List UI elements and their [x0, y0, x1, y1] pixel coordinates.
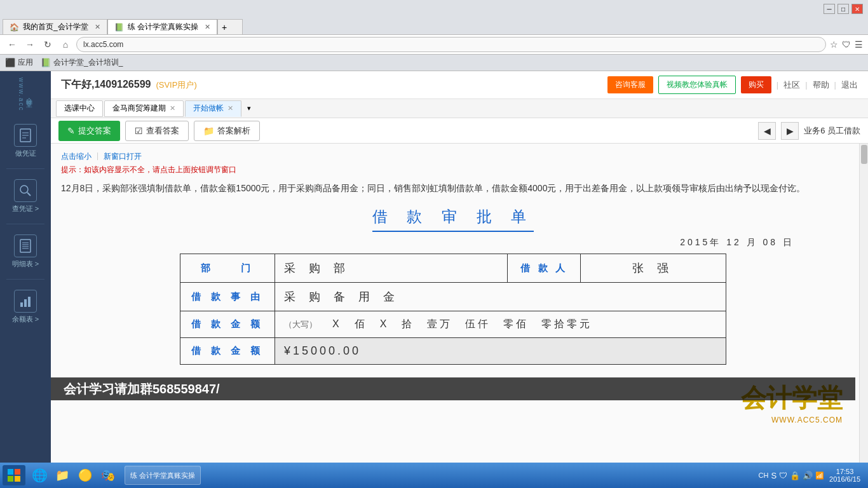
home-button[interactable]: ⌂ [58, 37, 72, 51]
taskbar-app-label: 练 会计学堂真账实操 [130, 471, 195, 480]
document-area: 点击缩小 | 新窗口打开 提示：如该内容显示不全，请点击上面按钮调节窗口 12月… [51, 144, 868, 463]
bookmark-icon[interactable]: ☆ [830, 39, 838, 50]
voucher-icon [14, 124, 37, 147]
antivirus-icon: S [771, 471, 776, 480]
description-text: 12月8日，采购部张强填制借款单，借款金额15000元，用于采购商品备用金；同日… [61, 180, 845, 196]
bookmark-apps[interactable]: ⬛ 应用 [5, 57, 33, 68]
browser-tab-2[interactable]: 📗 练 会计学堂真账实操 ✕ [107, 19, 217, 34]
greeting-text: 下午好,1409126599 [61, 78, 151, 92]
sidebar: 会计学堂www.acc 做凭证 查凭证 > 明细表 > [0, 71, 51, 463]
table-row-amount: 借 款 金 额 （大写） X 佰 X 拾 壹万 伍仟 零佰 零拾零元 [180, 311, 726, 338]
sidebar-item-balance[interactable]: 余额表 > [3, 285, 48, 329]
sys-tray-icons: CH S 🛡 🔒 🔊 📶 [759, 471, 825, 480]
svg-rect-13 [28, 297, 31, 307]
browser-tab-1[interactable]: 🏠 我的首页_会计学堂 ✕ [3, 19, 107, 34]
minimize-hint[interactable]: 点击缩小 [61, 151, 92, 162]
ie-icon[interactable]: 🌐 [31, 466, 48, 484]
analysis-icon: 📁 [203, 126, 214, 136]
community-link[interactable]: 社区 [783, 79, 800, 91]
tab-title-1: 我的首页_会计学堂 [23, 22, 88, 32]
ch-label: CH [759, 471, 769, 479]
video-button[interactable]: 视频教您体验真帐 [658, 76, 736, 94]
table-row-numeric: 借 款 金 额 ¥15000.00 [180, 338, 726, 365]
svg-rect-14 [8, 469, 13, 475]
maximize-button[interactable]: □ [837, 4, 849, 14]
tab-start-accounting[interactable]: 开始做帐 ✕ [185, 100, 241, 117]
sidebar-item-detail-label: 明细表 > [12, 259, 39, 269]
buy-button[interactable]: 购买 [741, 76, 771, 93]
taskbar-right: CH S 🛡 🔒 🔊 📶 17:53 2016/6/15 [759, 468, 866, 483]
scrollbar[interactable] [859, 144, 868, 463]
tab-course-center[interactable]: 选课中心 [56, 100, 103, 117]
bookmark-kuaiji[interactable]: 📗 会计学堂_会计培训_ [41, 57, 123, 68]
sidebar-item-detail[interactable]: 明细表 > [3, 229, 48, 274]
action-toolbar: ✎ 提交答案 ☑ 查看答案 📁 答案解析 ◀ ▶ 业务6 员工借款 [51, 118, 868, 144]
bookmark-apps-label: 应用 [18, 57, 33, 68]
minimize-button[interactable]: ─ [824, 4, 835, 14]
tab-favicon-2: 📗 [114, 23, 124, 32]
chrome-icon[interactable]: 🟡 [76, 466, 94, 484]
doc-title: 借 款 审 批 单 [372, 207, 534, 232]
sidebar-item-check[interactable]: 查凭证 > [3, 174, 48, 219]
help-link[interactable]: 帮助 [813, 79, 829, 91]
bookmarks-bar: ⬛ 应用 📗 会计学堂_会计培训_ [0, 55, 868, 71]
svg-rect-11 [20, 302, 23, 307]
tab-jinma-close[interactable]: ✕ [170, 104, 175, 112]
submit-button[interactable]: ✎ 提交答案 [58, 121, 120, 141]
user-type-text: (SVIP用户) [156, 79, 196, 91]
hint-separator: | [97, 151, 98, 162]
taskbar-app-btn[interactable]: 练 会计学堂真账实操 [125, 466, 201, 485]
sidebar-divider-2 [6, 224, 44, 224]
business-label: 业务6 员工借款 [804, 125, 860, 137]
document-table: 部 门 采 购 部 借 款 人 张 强 借 款 事 由 采 购 备 用 金 借 … [180, 254, 726, 365]
header-bar: 下午好,1409126599 (SVIP用户) 咨询客服 视频教您体验真帐 购买… [51, 71, 868, 99]
new-window-hint[interactable]: 新窗口打开 [104, 151, 142, 162]
separator-2: | [805, 80, 807, 90]
study-banner: 会计学习请加群568559847/ [51, 377, 855, 400]
sidebar-item-check-label: 查凭证 > [12, 204, 39, 214]
tab-close-1[interactable]: ✕ [95, 23, 100, 31]
scrollbar-thumb[interactable] [861, 145, 867, 164]
svg-point-4 [20, 186, 28, 193]
tab-favicon-1: 🏠 [10, 23, 19, 32]
check-icon: ☑ [135, 126, 143, 136]
svg-line-5 [27, 193, 31, 196]
check-icon [14, 179, 37, 202]
tab-add[interactable]: + [222, 22, 227, 32]
separator-1: | [776, 80, 778, 90]
start-button[interactable] [3, 465, 25, 485]
reload-button[interactable]: ↻ [41, 37, 55, 51]
tab-close-2[interactable]: ✕ [205, 23, 210, 31]
borrower-label: 借 款 人 [508, 254, 581, 283]
check-answer-button[interactable]: ☑ 查看答案 [125, 121, 189, 141]
back-button[interactable]: ← [5, 37, 19, 51]
url-input[interactable] [76, 37, 826, 52]
prev-button[interactable]: ◀ [758, 122, 776, 140]
volume-icon: 🔊 [803, 471, 813, 480]
sidebar-divider-1 [6, 168, 44, 169]
doc-date: 2015年 12 月 08 日 [61, 237, 845, 248]
amount-daxie-cell: （大写） X 佰 X 拾 壹万 伍仟 零佰 零拾零元 [275, 311, 726, 338]
app-icon-4[interactable]: 🎭 [99, 466, 117, 484]
menu-icon[interactable]: ☰ [855, 39, 863, 50]
next-button[interactable]: ▶ [781, 122, 799, 140]
logout-link[interactable]: 退出 [841, 79, 858, 91]
consult-button[interactable]: 咨询客服 [607, 76, 653, 93]
shield-icon: 🛡 [842, 39, 851, 50]
balance-icon [14, 290, 37, 313]
folder-icon[interactable]: 📁 [53, 466, 71, 484]
browser-tab-3[interactable]: + [217, 19, 243, 34]
close-button[interactable]: ✕ [851, 4, 863, 14]
sidebar-item-voucher[interactable]: 做凭证 [3, 119, 48, 163]
sidebar-item-voucher-label: 做凭证 [15, 149, 36, 158]
amount-numeric: ¥15000.00 [275, 338, 726, 365]
tab-jinma[interactable]: 金马商贸筹建期 ✕ [104, 100, 184, 117]
tab-dropdown[interactable]: ▾ [243, 100, 255, 117]
taskbar-app-icons: 🌐 📁 🟡 🎭 [31, 466, 117, 484]
taskbar-time: 17:53 2016/6/15 [829, 468, 860, 483]
forward-button[interactable]: → [23, 37, 37, 51]
analysis-button[interactable]: 📁 答案解析 [194, 121, 260, 141]
tab-start-close[interactable]: ✕ [227, 104, 233, 112]
warning-text: 提示：如该内容显示不全，请点击上面按钮调节窗口 [61, 165, 845, 175]
signal-icon: 📶 [815, 471, 824, 480]
